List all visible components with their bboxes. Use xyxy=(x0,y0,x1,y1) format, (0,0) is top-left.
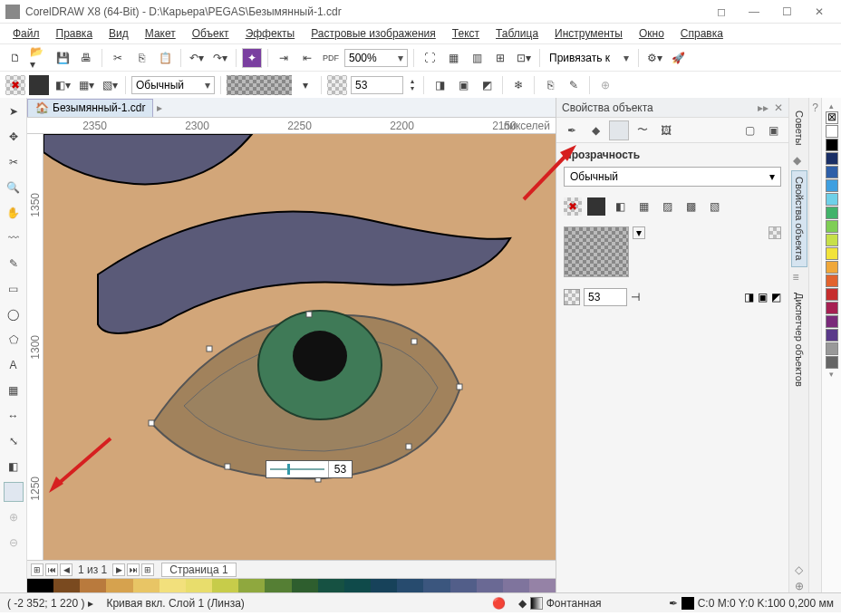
opacity-slider-icon[interactable]: ⊣ xyxy=(631,291,640,303)
rulers-icon[interactable]: ▦ xyxy=(443,48,463,68)
menu-bitmaps[interactable]: Растровые изображения xyxy=(305,25,441,42)
palette-swatch[interactable] xyxy=(186,579,212,592)
docker-close-icon[interactable]: ✕ xyxy=(774,101,783,114)
grid-icon[interactable]: ▥ xyxy=(467,48,487,68)
palette-swatch[interactable] xyxy=(371,579,397,592)
next-page-button[interactable]: ▶ xyxy=(112,563,125,576)
zoom-tool-icon[interactable]: 🔍 xyxy=(4,178,24,197)
text-tool-icon[interactable]: A xyxy=(4,355,24,375)
eyedropper-tool-icon[interactable]: ⊕ xyxy=(4,507,24,527)
palette-swatch[interactable] xyxy=(80,579,106,592)
export-icon[interactable]: ⇤ xyxy=(297,48,317,68)
no-color-swatch[interactable]: ⊠ xyxy=(826,111,838,124)
menu-view[interactable]: Вид xyxy=(103,25,134,42)
launch-icon[interactable]: 🚀 xyxy=(668,48,688,68)
rectangle-tool-icon[interactable]: ▭ xyxy=(4,279,24,299)
color-palette-vertical[interactable]: ▴ ⊠ ▾ xyxy=(821,98,841,592)
transparency-tab-icon[interactable] xyxy=(609,120,629,140)
color-swatch[interactable] xyxy=(826,179,838,192)
fountain-transparency-icon[interactable]: ◧▾ xyxy=(53,75,72,95)
no-transp-icon[interactable]: ✖ xyxy=(564,197,582,216)
save-icon[interactable]: 💾 xyxy=(53,48,72,68)
view-mode-2-icon[interactable]: ▣ xyxy=(763,120,783,140)
apply-all-icon[interactable]: ◩ xyxy=(477,75,497,95)
palette-swatch[interactable] xyxy=(212,579,238,592)
side-expand-icon[interactable]: ◇ xyxy=(795,563,803,576)
docker-opacity-input[interactable] xyxy=(584,288,627,306)
opacity-input[interactable] xyxy=(351,76,403,94)
no-transparency-icon[interactable]: ✖ xyxy=(5,75,25,95)
crop-tool-icon[interactable]: ✂ xyxy=(4,152,24,172)
document-palette[interactable] xyxy=(27,578,556,592)
add-preset-icon[interactable]: ⊕ xyxy=(595,75,615,95)
color-swatch[interactable] xyxy=(826,166,838,178)
menu-effects[interactable]: Эффекты xyxy=(240,25,301,42)
snap-to-combo[interactable]: Привязать к▾ xyxy=(546,49,633,67)
freeze-icon[interactable]: ❄ xyxy=(508,75,528,95)
curve-tab-icon[interactable]: 〜 xyxy=(633,120,652,140)
palette-swatch[interactable] xyxy=(27,579,53,592)
uniform-icon[interactable] xyxy=(587,197,605,216)
fountain-icon[interactable]: ◧ xyxy=(611,197,629,216)
preview-swatch[interactable] xyxy=(564,226,629,277)
menu-object[interactable]: Объект xyxy=(187,25,235,42)
new-icon[interactable]: 🗋 xyxy=(5,48,25,68)
side-add-icon[interactable]: ⊕ xyxy=(795,580,804,592)
color-swatch[interactable] xyxy=(826,342,838,355)
paste-icon[interactable]: 📋 xyxy=(155,48,175,68)
transparency-tool-icon[interactable] xyxy=(4,482,24,502)
search-content-icon[interactable]: ✦ xyxy=(242,48,262,68)
color-swatch[interactable] xyxy=(826,193,838,206)
polygon-tool-icon[interactable]: ⬠ xyxy=(4,330,24,350)
color-swatch[interactable] xyxy=(826,207,838,219)
palette-down-icon[interactable]: ▾ xyxy=(829,370,834,379)
menu-text[interactable]: Текст xyxy=(447,25,485,42)
view-mode-1-icon[interactable]: ▢ xyxy=(740,120,759,140)
fullscreen-icon[interactable]: ⛶ xyxy=(420,48,440,68)
add-page-after-icon[interactable]: ⊞ xyxy=(141,563,154,576)
color-swatch[interactable] xyxy=(826,125,838,138)
ellipse-tool-icon[interactable]: ◯ xyxy=(4,304,24,324)
menu-file[interactable]: Файл xyxy=(7,25,45,42)
color-swatch[interactable] xyxy=(826,274,838,287)
transparency-slider-popup[interactable]: 53 xyxy=(266,460,353,478)
fill-swatch[interactable] xyxy=(530,597,543,610)
pdf-icon[interactable]: PDF xyxy=(321,48,341,68)
pick-tool-icon[interactable]: ➤ xyxy=(4,101,24,121)
help-icon[interactable]: ? xyxy=(812,101,818,114)
artistic-media-icon[interactable]: ✎ xyxy=(4,254,24,274)
copy-transparency-icon[interactable]: ⎘ xyxy=(540,75,560,95)
texture-icon[interactable]: ▧ xyxy=(705,197,723,216)
palette-swatch[interactable] xyxy=(265,579,291,592)
side-tab-hints[interactable]: Советы xyxy=(792,105,807,150)
target-fill-icon[interactable]: ◨ xyxy=(744,291,754,303)
palette-swatch[interactable] xyxy=(529,579,556,592)
connector-tool-icon[interactable]: ⤡ xyxy=(4,431,24,451)
menu-table[interactable]: Таблица xyxy=(490,25,544,42)
menu-edit[interactable]: Правка xyxy=(51,25,99,42)
fill-tab-icon[interactable]: ◆ xyxy=(585,120,605,140)
first-page-button[interactable]: ⏮ xyxy=(45,563,58,576)
palette-swatch[interactable] xyxy=(53,579,80,592)
uniform-transparency-icon[interactable] xyxy=(29,75,49,95)
palette-swatch[interactable] xyxy=(423,579,450,592)
texture-transparency-icon[interactable]: ▧▾ xyxy=(100,75,120,95)
bitmap-tab-icon[interactable]: 🖼 xyxy=(656,120,676,140)
freehand-tool-icon[interactable]: 〰 xyxy=(4,228,24,248)
options-icon[interactable]: ⚙▾ xyxy=(644,48,664,68)
color-swatch[interactable] xyxy=(826,356,838,369)
color-proof-icon[interactable]: 🔴 xyxy=(492,597,506,610)
edit-transparency-icon[interactable]: ✎ xyxy=(564,75,584,95)
target-all-icon[interactable]: ◩ xyxy=(771,291,781,303)
scroll-tabs-icon[interactable]: ▸ xyxy=(157,101,162,114)
zoom-combo[interactable]: 500%▾ xyxy=(344,49,408,67)
canvas[interactable]: 53 xyxy=(44,134,556,560)
dimension-tool-icon[interactable]: ↔ xyxy=(4,406,24,426)
shape-tool-icon[interactable]: ✥ xyxy=(4,127,24,147)
palette-swatch[interactable] xyxy=(397,579,423,592)
import-icon[interactable]: ⇥ xyxy=(274,48,294,68)
color-swatch[interactable] xyxy=(826,329,838,342)
document-tab[interactable]: 🏠 Безымянный-1.cdr xyxy=(27,99,153,117)
color-swatch[interactable] xyxy=(826,315,838,328)
menu-help[interactable]: Справка xyxy=(675,25,729,42)
